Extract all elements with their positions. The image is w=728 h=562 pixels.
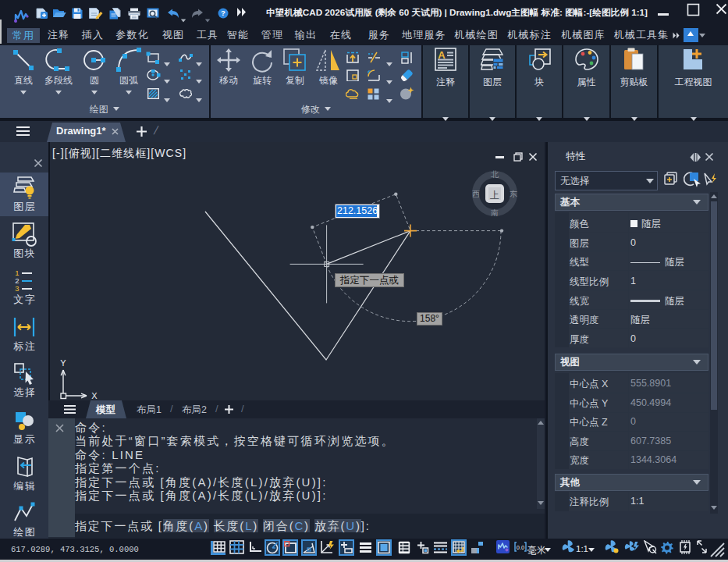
svg-text:?: ? <box>221 9 226 17</box>
svg-text:3: 3 <box>15 284 19 293</box>
svg-text:上: 上 <box>490 190 499 201</box>
svg-text:Y: Y <box>60 358 66 368</box>
svg-text:东: 东 <box>510 190 517 198</box>
svg-text:X: X <box>91 391 98 400</box>
svg-text:西: 西 <box>472 190 480 198</box>
svg-text:0.0: 0.0 <box>517 544 524 551</box>
svg-text:南: 南 <box>491 208 499 217</box>
svg-text:北: 北 <box>491 170 499 179</box>
